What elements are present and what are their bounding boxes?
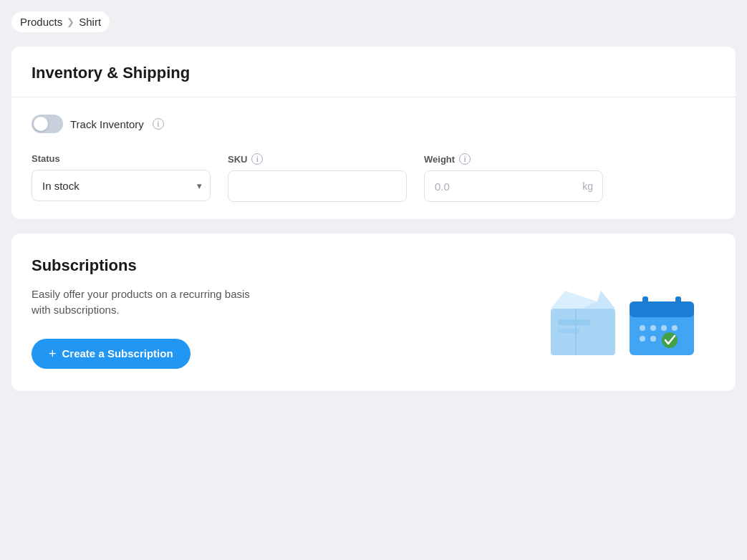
subscriptions-description: Easily offer your products on a recurrin…: [32, 286, 418, 319]
svg-rect-9: [630, 301, 694, 317]
create-subscription-button[interactable]: + Create a Subscription: [32, 339, 191, 369]
svg-point-14: [661, 325, 667, 331]
svg-point-17: [650, 336, 656, 342]
status-field-group: Status In stock Out of stock Low stock ▾: [32, 153, 211, 201]
subscriptions-title: Subscriptions: [32, 256, 418, 275]
svg-rect-11: [675, 296, 681, 308]
create-subscription-label: Create a Subscription: [62, 347, 173, 359]
breadcrumb-products[interactable]: Products: [20, 16, 62, 28]
weight-input-wrapper: kg: [424, 170, 603, 202]
status-label: Status: [32, 153, 211, 164]
track-inventory-info-icon[interactable]: i: [153, 118, 164, 130]
breadcrumb-current: Shirt: [79, 16, 101, 28]
svg-point-12: [640, 325, 645, 331]
weight-info-icon[interactable]: i: [459, 153, 471, 165]
sku-field-group: SKU i: [228, 153, 407, 202]
card-title: Inventory & Shipping: [32, 64, 715, 82]
sku-input[interactable]: [228, 170, 407, 202]
track-inventory-row: Track Inventory i: [32, 115, 715, 133]
track-inventory-label: Track Inventory: [70, 118, 144, 130]
weight-input[interactable]: [424, 170, 603, 202]
toggle-slider: [32, 115, 63, 133]
breadcrumb: Products ❯ Shirt: [11, 11, 110, 32]
weight-label: Weight i: [424, 153, 603, 165]
fields-row: Status In stock Out of stock Low stock ▾…: [32, 153, 715, 202]
weight-field-group: Weight i kg: [424, 153, 603, 202]
subscriptions-card: Subscriptions Easily offer your products…: [11, 233, 736, 391]
sku-info-icon[interactable]: i: [251, 153, 263, 165]
svg-point-13: [650, 325, 656, 331]
svg-point-18: [662, 332, 678, 348]
subscriptions-illustration: [529, 262, 715, 362]
svg-point-15: [672, 325, 678, 331]
plus-icon: +: [49, 347, 57, 360]
inventory-shipping-card: Inventory & Shipping Track Inventory i S…: [11, 47, 736, 219]
card-body: Track Inventory i Status In stock Out of…: [11, 97, 736, 219]
status-select-wrapper: In stock Out of stock Low stock ▾: [32, 170, 211, 201]
svg-rect-6: [558, 319, 590, 325]
card-header: Inventory & Shipping: [11, 47, 736, 97]
track-inventory-toggle[interactable]: [32, 115, 63, 133]
subscription-illustration-svg: [536, 262, 708, 362]
status-select[interactable]: In stock Out of stock Low stock: [32, 170, 211, 201]
svg-rect-7: [558, 329, 579, 333]
sku-label: SKU i: [228, 153, 407, 165]
svg-point-16: [640, 336, 645, 342]
svg-rect-10: [642, 296, 648, 308]
subscriptions-content: Subscriptions Easily offer your products…: [32, 256, 418, 369]
breadcrumb-chevron-icon: ❯: [67, 16, 74, 27]
